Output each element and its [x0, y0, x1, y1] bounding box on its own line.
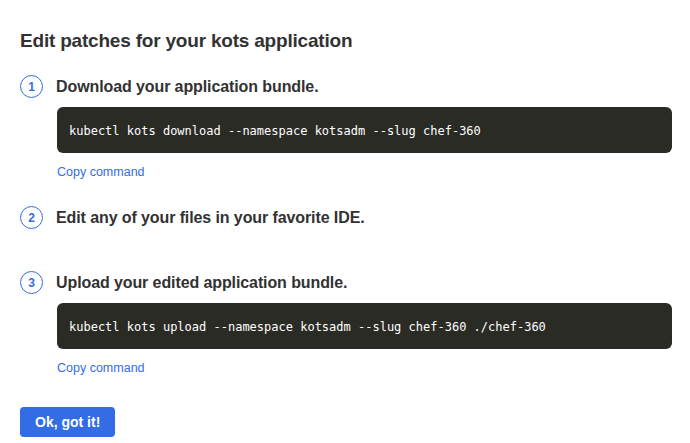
spacer	[20, 229, 672, 271]
copy-download-command-link[interactable]: Copy command	[57, 165, 145, 179]
step-2-number-badge: 2	[20, 206, 43, 229]
upload-command-snippet: kubectl kots upload --namespace kotsadm …	[57, 303, 672, 349]
upload-command-text: kubectl kots upload --namespace kotsadm …	[69, 320, 546, 334]
step-1-title: Download your application bundle.	[56, 78, 318, 96]
copy-upload-command-link[interactable]: Copy command	[57, 361, 145, 375]
page-title: Edit patches for your kots application	[20, 30, 672, 52]
step-3-number-badge: 3	[20, 271, 43, 294]
spacer	[20, 180, 672, 206]
step-download-body: kubectl kots download --namespace kotsad…	[57, 107, 672, 180]
step-upload: 3 Upload your edited application bundle.…	[20, 271, 672, 376]
step-upload-header: 3 Upload your edited application bundle.	[20, 271, 672, 294]
step-2-title: Edit any of your files in your favorite …	[56, 209, 365, 227]
spacer	[20, 376, 672, 407]
edit-patches-dialog: Edit patches for your kots application 1…	[0, 0, 690, 443]
step-download-header: 1 Download your application bundle.	[20, 75, 672, 98]
step-upload-body: kubectl kots upload --namespace kotsadm …	[57, 303, 672, 376]
ok-got-it-button[interactable]: Ok, got it!	[20, 407, 115, 437]
step-1-number-badge: 1	[20, 75, 43, 98]
download-command-text: kubectl kots download --namespace kotsad…	[69, 124, 481, 138]
step-download: 1 Download your application bundle. kube…	[20, 75, 672, 180]
download-command-snippet: kubectl kots download --namespace kotsad…	[57, 107, 672, 153]
step-3-title: Upload your edited application bundle.	[56, 274, 347, 292]
step-edit-header: 2 Edit any of your files in your favorit…	[20, 206, 672, 229]
step-edit: 2 Edit any of your files in your favorit…	[20, 206, 672, 229]
